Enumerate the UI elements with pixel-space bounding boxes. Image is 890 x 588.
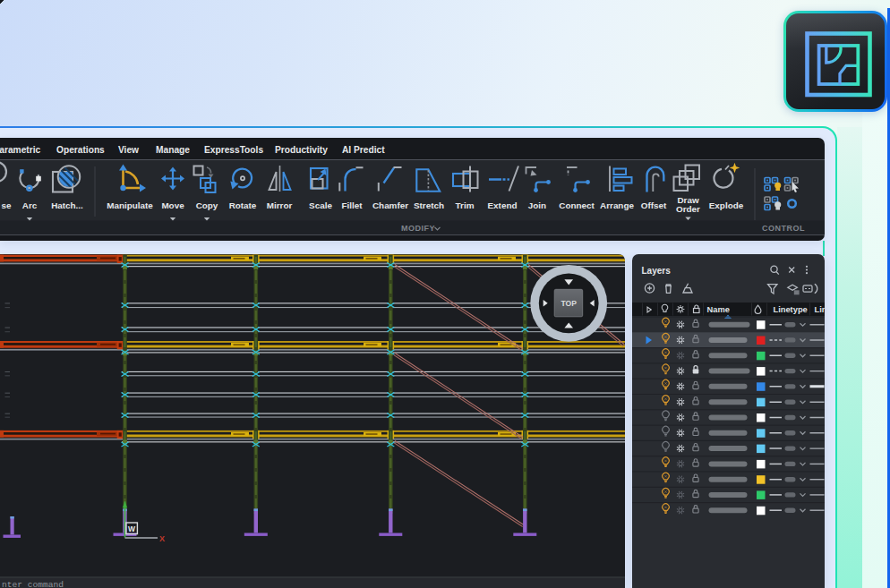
svg-text:Offset: Offset <box>641 200 667 209</box>
svg-text:View: View <box>118 145 139 155</box>
svg-text:Hatch...: Hatch... <box>51 200 83 209</box>
svg-text:Chamfer: Chamfer <box>372 200 408 209</box>
svg-text:MODIFY: MODIFY <box>401 223 435 232</box>
svg-text:Stretch: Stretch <box>414 200 444 209</box>
svg-text:Move: Move <box>161 200 184 209</box>
svg-text:Order: Order <box>676 203 700 213</box>
svg-text:ExpressTools: ExpressTools <box>204 145 263 155</box>
svg-text:CONTROL: CONTROL <box>762 223 805 232</box>
svg-text:AI Predict: AI Predict <box>342 145 385 155</box>
svg-text:Join: Join <box>528 200 546 209</box>
svg-text:Fillet: Fillet <box>341 200 363 209</box>
svg-text:se: se <box>2 200 12 209</box>
svg-text:Parametric: Parametric <box>0 145 41 155</box>
svg-text:Extend: Extend <box>488 200 518 209</box>
svg-text:Mirror: Mirror <box>267 200 293 209</box>
svg-text:TOP: TOP <box>561 299 577 308</box>
svg-text:Manage: Manage <box>156 145 190 155</box>
svg-text:Trim: Trim <box>456 200 475 209</box>
svg-text:W: W <box>128 524 136 533</box>
svg-text:Linetype: Linetype <box>773 305 807 314</box>
svg-text:Scale: Scale <box>309 200 332 209</box>
svg-text:Copy: Copy <box>196 200 218 209</box>
svg-text:Operations: Operations <box>56 145 105 155</box>
svg-text:Name: Name <box>706 305 729 314</box>
svg-text:Layers: Layers <box>641 266 671 276</box>
svg-text:Lin: Lin <box>814 305 825 314</box>
svg-text:Productivity: Productivity <box>275 145 328 155</box>
svg-text:Arrange: Arrange <box>600 200 634 209</box>
svg-text:Arc: Arc <box>22 200 38 209</box>
svg-text:Explode: Explode <box>709 200 744 209</box>
svg-text:Manipulate: Manipulate <box>107 200 153 209</box>
svg-text:nter command: nter command <box>2 579 64 588</box>
svg-text:Connect: Connect <box>559 200 595 209</box>
svg-text:Rotate: Rotate <box>229 200 257 209</box>
svg-text:X: X <box>159 534 165 543</box>
